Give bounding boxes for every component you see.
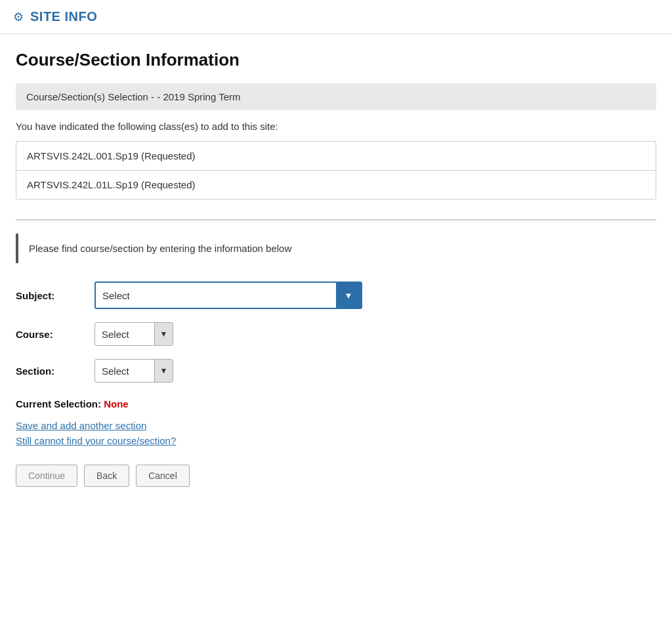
- links-section: Save and add another section Still canno…: [16, 420, 656, 446]
- save-add-section-link[interactable]: Save and add another section: [16, 420, 656, 431]
- divider: [16, 219, 656, 220]
- course-label: Course:: [16, 329, 94, 340]
- course-row: Course: Select ▼: [16, 322, 656, 346]
- section-row: Section: Select ▼: [16, 359, 656, 383]
- site-title: SITE INFO: [30, 9, 97, 24]
- button-row: Continue Back Cancel: [16, 465, 656, 487]
- page-heading: Course/Section Information: [16, 50, 656, 70]
- course-item-1: ARTSVIS.242L.001.Sp19 (Requested): [16, 142, 656, 171]
- back-button[interactable]: Back: [84, 465, 129, 487]
- course-dropdown-arrow[interactable]: ▼: [154, 323, 173, 345]
- gear-icon: ⚙: [13, 10, 24, 24]
- current-selection-label: Current Selection:: [16, 398, 101, 409]
- subject-label: Subject:: [16, 290, 94, 301]
- info-text: You have indicated the following class(e…: [16, 121, 656, 132]
- selection-bar: Course/Section(s) Selection - - 2019 Spr…: [16, 83, 656, 110]
- site-header: ⚙ SITE INFO: [0, 0, 672, 34]
- cancel-button[interactable]: Cancel: [136, 465, 190, 487]
- main-content: Course/Section Information Course/Sectio…: [0, 34, 672, 503]
- find-course-text: Please find course/section by entering t…: [29, 243, 291, 254]
- section-dropdown[interactable]: Select ▼: [94, 359, 173, 383]
- find-course-link[interactable]: Still cannot find your course/section?: [16, 435, 656, 446]
- current-selection: Current Selection: None: [16, 398, 656, 409]
- current-selection-value: None: [104, 398, 129, 409]
- subject-dropdown[interactable]: Select ▼: [94, 282, 362, 309]
- subject-select-text: Select: [96, 290, 336, 301]
- subject-dropdown-arrow[interactable]: ▼: [336, 283, 361, 308]
- course-item-2: ARTSVIS.242L.01L.Sp19 (Requested): [16, 171, 656, 199]
- find-course-info-box: Please find course/section by entering t…: [16, 234, 656, 263]
- section-label: Section:: [16, 365, 94, 377]
- course-dropdown[interactable]: Select ▼: [94, 322, 173, 346]
- section-select-text: Select: [95, 365, 154, 377]
- continue-button[interactable]: Continue: [16, 465, 77, 487]
- section-dropdown-arrow[interactable]: ▼: [154, 360, 173, 382]
- course-search-form: Subject: Select ▼ Course: Select ▼ Secti…: [16, 282, 656, 383]
- course-list: ARTSVIS.242L.001.Sp19 (Requested) ARTSVI…: [16, 141, 656, 199]
- subject-row: Subject: Select ▼: [16, 282, 656, 309]
- course-select-text: Select: [95, 329, 154, 340]
